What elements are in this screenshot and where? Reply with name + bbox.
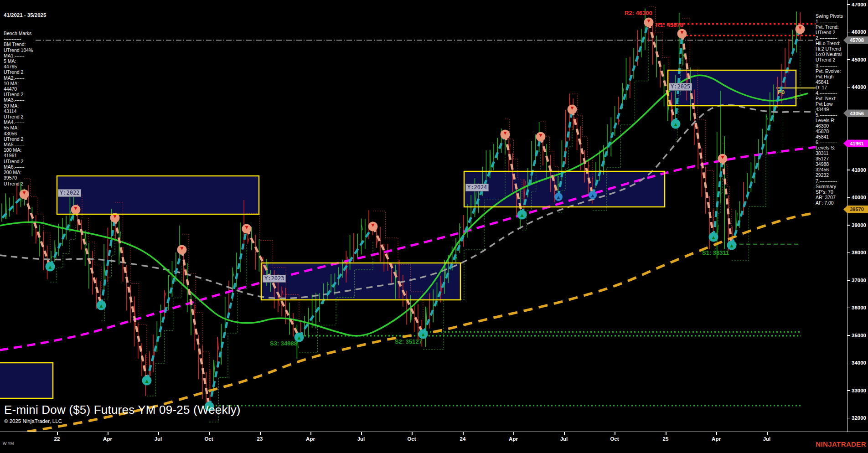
- time-tick: [57, 432, 58, 435]
- year-box: [57, 176, 259, 214]
- swing-leg: [115, 218, 147, 381]
- swing-pivots-line: 43449: [816, 107, 847, 112]
- benchmarks-line: UTrend 2: [4, 114, 46, 119]
- benchmarks-line: 41961: [4, 153, 46, 158]
- year-box-label[interactable]: Y:2023: [263, 275, 286, 283]
- benchmarks-line: 39570: [4, 175, 46, 180]
- benchmarks-line: MA1.------: [4, 53, 46, 58]
- price-tick: [847, 87, 850, 88]
- price-tick-label: 38000: [852, 250, 866, 255]
- swing-pivots-line: 4.-----------: [816, 90, 847, 96]
- level-label: R1: 45878: [656, 21, 683, 28]
- benchmarks-line: UTrend 2: [4, 159, 46, 164]
- time-tick-label: Apr: [103, 436, 112, 442]
- price-axis[interactable]: 4700046000450004400043000420004100040000…: [847, 0, 868, 432]
- time-tick: [716, 432, 717, 435]
- time-tick: [158, 432, 159, 435]
- swing-pivots-line: SP's: 70: [816, 189, 847, 195]
- swing-pivots-line: 7.-----------: [816, 178, 847, 184]
- range-header: 41/2021 - 35/2025: [4, 12, 46, 18]
- price-tick: [847, 335, 850, 336]
- time-tick: [666, 432, 666, 435]
- price-tick: [847, 170, 850, 170]
- price-tag: 43056: [843, 109, 868, 117]
- swing-pivots-line: 1.-----------: [816, 19, 847, 24]
- price-tick: [847, 197, 850, 198]
- price-tag: 39570: [843, 206, 868, 213]
- time-tick: [463, 432, 464, 435]
- chart-title: E-mini Dow ($5) Futures YM 09-25 (Weekly…: [4, 403, 241, 417]
- year-box: [261, 263, 460, 300]
- price-tick-label: 37000: [852, 278, 866, 283]
- benchmarks-line: 100 MA:: [4, 147, 46, 153]
- swing-pivots-line: Levels R:: [816, 118, 847, 123]
- swing-leg: [209, 229, 247, 407]
- swing-pivots-line: 3.-----------: [816, 63, 847, 68]
- ma-200-line: [27, 210, 845, 432]
- benchmarks-line: 43056: [4, 131, 46, 136]
- title-block: E-mini Dow ($5) Futures YM 09-25 (Weekly…: [4, 403, 241, 424]
- swing-leg: [682, 34, 713, 237]
- price-tag: 41961: [843, 139, 868, 147]
- swing-pivots-line: 46300: [816, 123, 847, 129]
- price-tag: 45708: [843, 36, 868, 44]
- swing-pivots-line: Swing Pivots: [816, 13, 847, 19]
- swing-pivots-line: Pvt. Trend:: [816, 24, 847, 30]
- year-box: [0, 363, 53, 398]
- benchmarks-line: 44470: [4, 86, 46, 92]
- swing-pivots-line: Pvt High: [816, 74, 847, 79]
- benchmarks-line: 44765: [4, 64, 46, 69]
- chart-canvas[interactable]: [0, 0, 868, 453]
- time-axis[interactable]: 22AprJulOct23AprJulOct24AprJulOct25AprJu…: [0, 432, 868, 446]
- time-tick-label: 23: [257, 436, 263, 442]
- level-label: S3: 34988: [270, 340, 297, 347]
- year-box-label[interactable]: Y:2025: [669, 83, 692, 91]
- time-tick: [260, 432, 261, 435]
- level-label: S1: 38311: [702, 249, 729, 256]
- benchmarks-line: 55 MA:: [4, 125, 46, 130]
- price-tick: [847, 59, 850, 60]
- trailing-step-line: [115, 202, 147, 365]
- swing-pivots-line: D: 17: [816, 85, 847, 90]
- price-tick: [847, 308, 850, 309]
- price-tick-label: 47000: [852, 2, 866, 7]
- swing-pivots-line: 5.-----------: [816, 112, 847, 118]
- swing-pivots-line: Pvt Low: [816, 101, 847, 107]
- benchmarks-line: 20 MA:: [4, 103, 46, 108]
- price-tick-label: 46000: [852, 29, 866, 35]
- time-tick: [615, 432, 615, 435]
- benchmarks-line: BM Trend:: [4, 41, 46, 47]
- benchmarks-line: MA3.------: [4, 97, 46, 103]
- price-tick-label: 41000: [852, 167, 866, 173]
- price-tick: [847, 4, 850, 5]
- time-tick-label: Apr: [306, 436, 315, 442]
- trailing-step-line: [682, 18, 713, 221]
- time-tick: [209, 432, 210, 435]
- year-box-label[interactable]: Y:2022: [58, 189, 81, 197]
- time-tick-label: Jul: [763, 436, 771, 442]
- copyright-text: © 2025 NinjaTrader, LLC: [4, 418, 241, 424]
- swing-pivots-line: Pvt. Next:: [816, 96, 847, 101]
- price-tick-label: 34000: [852, 360, 866, 365]
- time-tick: [767, 432, 768, 435]
- price-tick-label: 32000: [852, 415, 866, 421]
- time-tick: [361, 432, 362, 435]
- benchmarks-line: UTrend 2: [4, 69, 46, 75]
- swing-pivots-line: UTrend 2: [816, 57, 847, 62]
- benchmarks-line: MA5.------: [4, 142, 46, 147]
- benchmarks-line: MA6.------: [4, 164, 46, 170]
- year-box-label[interactable]: Y:2024: [465, 184, 489, 191]
- benchmarks-line: UTrend 2: [4, 136, 46, 142]
- benchmarks-line: 200 MA:: [4, 170, 46, 175]
- benchmarks-line: 10 MA:: [4, 81, 46, 86]
- price-tick: [847, 363, 850, 364]
- swing-pivots-line: Summary: [816, 184, 847, 189]
- benchmarks-line: MA2.------: [4, 75, 46, 81]
- level-label: R2: 46300: [625, 10, 652, 16]
- price-tick-label: 35000: [852, 333, 866, 338]
- swing-pivots-line: 29232: [816, 172, 847, 178]
- time-tick-label: Jul: [560, 436, 568, 442]
- level-label: S2: 35127: [395, 338, 422, 345]
- swing-pivots-line: 38311: [816, 150, 847, 156]
- swing-pivots-line: 6.-----------: [816, 139, 847, 145]
